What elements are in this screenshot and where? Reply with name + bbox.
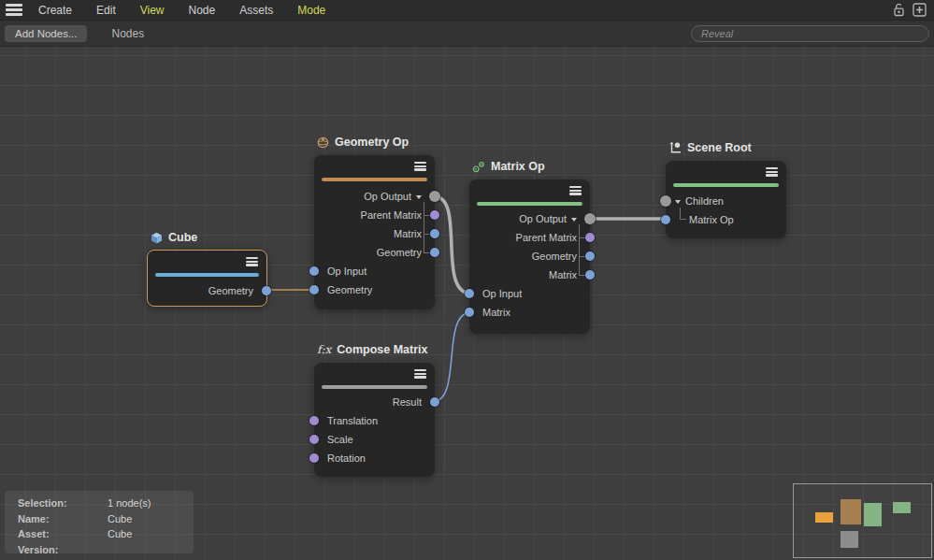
info-row-version: Version: xyxy=(5,542,194,558)
port-input-children: Children xyxy=(666,192,786,210)
minimap-node-matrix-op xyxy=(864,503,882,526)
selection-info-panel: Selection: 1 node(s) Name: Cube Asset: C… xyxy=(5,491,194,553)
port-output-result: Result xyxy=(314,393,435,411)
port-dot[interactable] xyxy=(429,191,440,202)
menubar-right-icons xyxy=(893,3,927,17)
node-scene-root[interactable]: Scene Root Children Matrix Op xyxy=(666,161,786,238)
node-title-label: Matrix Op xyxy=(491,160,545,173)
node-geometry-op[interactable]: Geometry Op Op Output Parent Matrix Matr… xyxy=(314,155,435,309)
minimap-node-compose-matrix xyxy=(841,531,858,548)
port-dot[interactable] xyxy=(309,285,319,294)
menu-item-create[interactable]: Create xyxy=(32,4,79,17)
fx-icon: f:x xyxy=(317,343,331,356)
port-label: Matrix xyxy=(549,269,577,280)
port-label: Op Input xyxy=(327,266,366,277)
node-title-label: Cube xyxy=(168,231,197,244)
port-output-parent-matrix: Parent Matrix xyxy=(469,228,590,247)
node-menu-icon[interactable] xyxy=(414,162,426,171)
node-accent-strip xyxy=(477,202,582,206)
port-dot[interactable] xyxy=(430,397,439,407)
wire-geometry-op-to-matrix-op[interactable] xyxy=(436,196,469,294)
port-dot[interactable] xyxy=(660,195,671,207)
menu-item-node[interactable]: Node xyxy=(182,4,223,17)
port-dot[interactable] xyxy=(465,289,474,298)
tab-nodes[interactable]: Nodes xyxy=(111,27,144,40)
port-input-rotation: Rotation xyxy=(314,449,435,467)
node-menu-icon[interactable] xyxy=(766,167,778,177)
port-dot[interactable] xyxy=(585,270,595,280)
info-label: Version: xyxy=(18,542,108,558)
port-output-matrix: Matrix xyxy=(469,266,590,284)
unlock-icon[interactable] xyxy=(893,3,905,17)
port-dot[interactable] xyxy=(584,213,596,224)
reveal-search-input[interactable] xyxy=(691,25,929,42)
port-dot[interactable] xyxy=(309,266,319,276)
node-menu-icon[interactable] xyxy=(569,186,582,195)
wire-compose-matrix-to-matrix-op[interactable] xyxy=(434,312,469,402)
port-input-scale: Scale xyxy=(314,430,435,449)
minimap-node-geometry-op xyxy=(841,499,861,524)
cube-icon xyxy=(151,232,163,244)
info-row-name: Name: Cube xyxy=(5,511,194,527)
port-input-matrix: Matrix xyxy=(469,303,590,322)
port-input-translation: Translation xyxy=(314,411,435,430)
port-input-op-input: Op Input xyxy=(314,262,435,280)
hamburger-menu-icon[interactable] xyxy=(6,4,22,16)
chevron-down-icon[interactable] xyxy=(416,195,422,199)
port-label: Result xyxy=(393,396,422,408)
add-nodes-button[interactable]: Add Nodes... xyxy=(5,25,87,42)
chevron-down-icon[interactable] xyxy=(571,218,577,222)
port-dot[interactable] xyxy=(661,215,670,224)
node-menu-icon[interactable] xyxy=(246,257,258,266)
info-value: Cube xyxy=(108,526,132,542)
node-menu-icon[interactable] xyxy=(414,369,426,379)
node-compose-matrix-title: f:x Compose Matrix xyxy=(317,343,428,356)
port-output-geometry: Geometry xyxy=(148,281,266,300)
menu-item-view[interactable]: View xyxy=(134,4,171,17)
port-label: Geometry xyxy=(327,284,372,295)
port-output-op-output: Op Output xyxy=(314,187,435,206)
dock-panel-icon[interactable] xyxy=(912,3,927,17)
port-dot[interactable] xyxy=(309,416,319,425)
port-label: Matrix Op xyxy=(689,214,734,225)
port-dot[interactable] xyxy=(309,453,319,463)
port-label: Parent Matrix xyxy=(516,232,577,243)
node-title-label: Geometry Op xyxy=(335,136,409,149)
node-matrix-op[interactable]: Matrix Op Op Output Parent Matrix Geomet… xyxy=(469,179,590,334)
port-output-geometry: Geometry xyxy=(469,247,590,266)
port-dot[interactable] xyxy=(430,248,439,257)
port-label: Rotation xyxy=(327,452,366,464)
node-graph-canvas[interactable]: Cube Geometry Geometry Op Op Output xyxy=(0,47,934,560)
port-dot[interactable] xyxy=(430,210,439,220)
port-output-parent-matrix: Parent Matrix xyxy=(314,206,435,224)
port-label: Geometry xyxy=(208,285,253,296)
node-accent-strip xyxy=(322,385,427,389)
node-cube[interactable]: Cube Geometry xyxy=(147,250,267,307)
port-dot[interactable] xyxy=(430,229,439,238)
info-label: Asset: xyxy=(18,526,108,542)
node-compose-matrix[interactable]: f:x Compose Matrix Result Translation Sc… xyxy=(314,363,435,477)
geometry-op-icon xyxy=(317,136,329,149)
node-geometry-op-title: Geometry Op xyxy=(317,136,409,149)
info-row-selection: Selection: 1 node(s) xyxy=(5,495,194,511)
scene-root-icon xyxy=(668,141,682,154)
menu-item-mode[interactable]: Mode xyxy=(291,4,332,17)
minimap-node-cube xyxy=(815,512,833,523)
port-dot[interactable] xyxy=(585,233,595,242)
port-label: Matrix xyxy=(482,307,510,318)
menu-item-edit[interactable]: Edit xyxy=(90,4,122,17)
port-dot[interactable] xyxy=(309,435,319,444)
port-label: Scale xyxy=(327,434,353,445)
port-label: Parent Matrix xyxy=(361,209,422,221)
node-title-label: Compose Matrix xyxy=(337,343,427,356)
menu-item-assets[interactable]: Assets xyxy=(233,4,280,17)
port-dot[interactable] xyxy=(262,286,271,295)
chevron-down-icon[interactable] xyxy=(675,200,681,204)
port-input-op-input: Op Input xyxy=(469,284,590,303)
port-dot[interactable] xyxy=(465,308,474,317)
port-input-matrix-op: Matrix Op xyxy=(666,210,786,229)
port-dot[interactable] xyxy=(585,251,595,261)
minimap[interactable] xyxy=(793,483,932,558)
node-matrix-op-title: Matrix Op xyxy=(472,160,545,173)
node-accent-strip xyxy=(155,273,259,277)
